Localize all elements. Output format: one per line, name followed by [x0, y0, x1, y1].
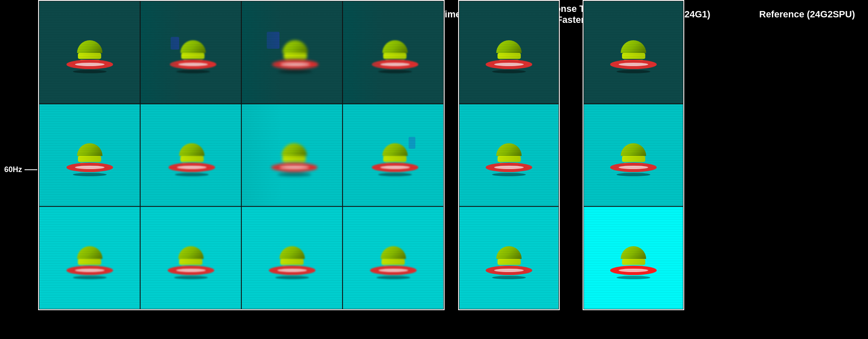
grid-cell-r0-c3	[343, 1, 444, 104]
ufo-r2-c2	[263, 233, 322, 283]
ref1-cell-r2	[459, 206, 559, 309]
ufo-r2-c0	[60, 233, 119, 283]
ufo-ref1-r0	[479, 27, 539, 78]
ufo-r2-c3	[364, 233, 423, 283]
grid-cell-r2-c1	[140, 206, 241, 309]
ufo-r1-c3	[365, 130, 425, 181]
ufo-r2-c1	[161, 233, 221, 283]
grid-cell-r1-c0	[39, 104, 140, 207]
grid-cell-r1-c3	[343, 104, 444, 207]
ufo-ref2-r0	[604, 27, 663, 78]
ufo-r1-c1	[162, 130, 221, 181]
grid-cell-r1-c2	[241, 104, 343, 207]
ref2-panel	[583, 0, 684, 310]
grid-cell-r0-c0	[39, 1, 140, 104]
ufo-r0-c0	[60, 27, 119, 78]
ufo-ref1-r1	[479, 130, 539, 181]
main-grid	[38, 0, 445, 310]
ufo-ref1-r2	[479, 233, 539, 283]
ref2-cell-r1	[583, 104, 683, 207]
grid-cell-r0-c1	[140, 1, 241, 104]
grid-cell-r2-c3	[343, 206, 444, 309]
grid-cell-r2-c2	[241, 206, 343, 309]
ref1-cell-r0	[459, 1, 559, 104]
ufo-r0-c1	[163, 27, 223, 78]
ufo-r1-c2	[265, 130, 324, 181]
ufo-r1-c0	[60, 130, 119, 181]
ufo-ref2-r2	[604, 233, 663, 283]
ref2-cell-r2	[583, 206, 683, 309]
grid-cell-r2-c0	[39, 206, 140, 309]
ufo-ref2-r1	[604, 130, 663, 181]
grid-cell-r1-c1	[140, 104, 241, 207]
ref1-panel	[458, 0, 560, 310]
hz-label-dash	[25, 169, 37, 170]
hz-label: 60Hz	[4, 165, 37, 174]
grid-cell-r0-c2	[241, 1, 343, 104]
ref1-cell-r1	[459, 104, 559, 207]
header-ref2: Reference (24G2SPU)	[759, 9, 855, 20]
ufo-r0-c3	[365, 27, 425, 78]
ref2-cell-r0	[583, 1, 683, 104]
